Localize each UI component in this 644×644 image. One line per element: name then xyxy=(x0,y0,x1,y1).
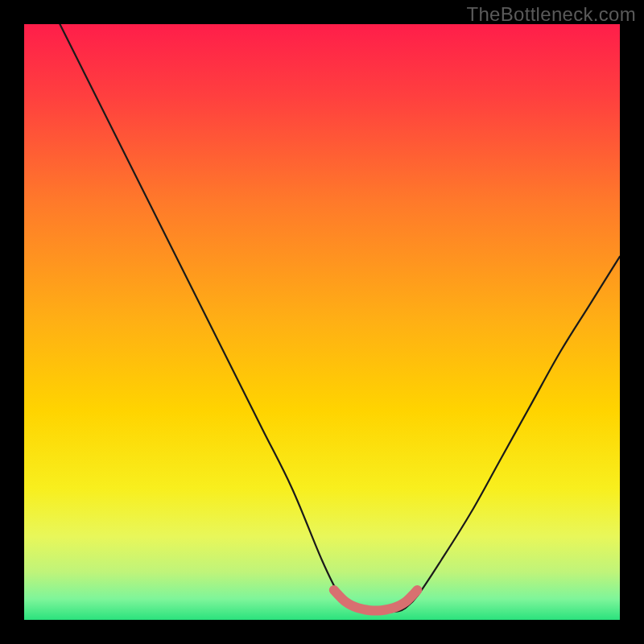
chart-frame: TheBottleneck.com xyxy=(0,0,644,644)
chart-curves xyxy=(24,24,620,620)
curve-right xyxy=(406,257,620,609)
curve-left xyxy=(60,24,352,608)
watermark-text: TheBottleneck.com xyxy=(466,3,636,26)
highlight-segment xyxy=(334,590,418,611)
plot-area xyxy=(24,24,620,620)
